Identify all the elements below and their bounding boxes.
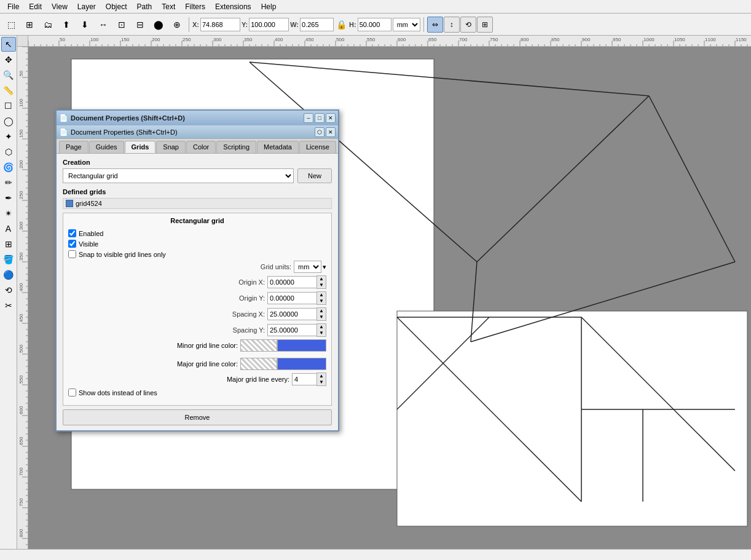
minor-color-transparent[interactable] <box>240 339 277 352</box>
origin-y-input[interactable] <box>267 292 317 304</box>
subdialog-float-button[interactable]: ⬡ <box>315 127 324 137</box>
toolbar-btn-9[interactable]: ⬤ <box>150 16 167 33</box>
remove-button[interactable]: Remove <box>63 409 332 425</box>
major-every-spinner[interactable]: ▲ ▼ <box>317 373 326 386</box>
tool-fill[interactable]: 🪣 <box>1 252 16 267</box>
major-color-swatch[interactable] <box>277 358 326 370</box>
tool-spiral[interactable]: 🌀 <box>1 160 16 175</box>
tab-grids[interactable]: Grids <box>125 141 156 153</box>
tool-calligraph[interactable]: ✴ <box>1 206 16 221</box>
coord-w-input[interactable] <box>300 18 334 31</box>
tool-text[interactable]: A <box>1 221 16 236</box>
toolbar-btn-6[interactable]: ↔ <box>95 16 112 33</box>
menu-filters[interactable]: Filters <box>180 1 210 12</box>
menu-extensions[interactable]: Extensions <box>210 1 256 12</box>
grid-type-dropdown[interactable]: Rectangular grid <box>63 168 294 183</box>
tool-eyedrop[interactable]: 🔵 <box>1 267 16 282</box>
spacing-y-input[interactable] <box>267 324 317 336</box>
spacing-x-down[interactable]: ▼ <box>317 314 326 320</box>
snap-checkbox[interactable] <box>68 250 76 258</box>
origin-x-down[interactable]: ▼ <box>317 282 326 288</box>
tool-3d[interactable]: ⬡ <box>1 144 16 159</box>
spacing-y-spinner[interactable]: ▲ ▼ <box>317 323 326 337</box>
menu-path[interactable]: Path <box>132 1 157 12</box>
tab-snap[interactable]: Snap <box>156 141 186 153</box>
menu-layer[interactable]: Layer <box>73 1 101 12</box>
spacing-x-up[interactable]: ▲ <box>317 308 326 314</box>
spacing-y-up[interactable]: ▲ <box>317 324 326 330</box>
new-button[interactable]: New <box>297 168 332 183</box>
dialog-close-button[interactable]: ✕ <box>326 113 336 123</box>
dialog-titlebar[interactable]: 📄 Document Properties (Shift+Ctrl+D) – □… <box>57 111 338 125</box>
tool-gradient[interactable]: ⊞ <box>1 237 16 251</box>
toolbar-btn-10[interactable]: ⊕ <box>168 16 186 33</box>
tool-ellipse[interactable]: ◯ <box>1 114 16 128</box>
enabled-checkbox[interactable] <box>68 229 76 237</box>
major-every-down[interactable]: ▼ <box>317 379 326 385</box>
tab-guides[interactable]: Guides <box>89 141 124 153</box>
tab-metadata[interactable]: Metadata <box>257 141 299 153</box>
tool-select[interactable]: ↖ <box>1 37 16 52</box>
menu-help[interactable]: Help <box>256 1 281 12</box>
tool-zoom[interactable]: 🔍 <box>1 68 16 82</box>
tool-connector[interactable]: ⟲ <box>1 283 16 298</box>
grid-units-select[interactable]: mm px cm <box>294 261 321 273</box>
toolbar-btn-2[interactable]: ⊞ <box>21 16 38 33</box>
tool-star[interactable]: ✦ <box>1 129 16 144</box>
toolbar-btn-3[interactable]: 🗂 <box>39 16 57 33</box>
dialog-restore-button[interactable]: □ <box>315 113 324 123</box>
transform-btn-1[interactable]: ⇔ <box>427 17 443 33</box>
document-properties-dialog[interactable]: 📄 Document Properties (Shift+Ctrl+D) – □… <box>55 109 339 432</box>
spacing-x-spinner[interactable]: ▲ ▼ <box>317 307 326 321</box>
origin-x-up[interactable]: ▲ <box>317 276 326 282</box>
origin-y-down[interactable]: ▼ <box>317 298 326 304</box>
tool-pen[interactable]: ✒ <box>1 191 16 205</box>
subdialog-close-button[interactable]: ✕ <box>326 127 336 137</box>
coord-y-input[interactable] <box>249 18 289 31</box>
transform-btn-3[interactable]: ⟲ <box>460 17 476 33</box>
origin-y-up[interactable]: ▲ <box>317 292 326 298</box>
major-color-transparent[interactable] <box>240 358 277 370</box>
visible-checkbox[interactable] <box>68 240 76 248</box>
minor-color-row: Minor grid line color: <box>68 339 326 352</box>
lock-icon[interactable]: 🔒 <box>335 20 348 30</box>
toolbar-btn-7[interactable]: ⊡ <box>113 16 130 33</box>
tool-pencil[interactable]: ✏ <box>1 175 16 190</box>
tab-color[interactable]: Color <box>186 141 216 153</box>
major-every-up[interactable]: ▲ <box>317 373 326 379</box>
tab-license[interactable]: License <box>299 141 336 153</box>
coord-h-input[interactable] <box>358 18 391 31</box>
menu-text[interactable]: Text <box>157 1 180 12</box>
toolbar-btn-1[interactable]: ⬚ <box>2 16 20 33</box>
tool-node[interactable]: ✥ <box>1 52 16 67</box>
toolbar-btn-8[interactable]: ⊟ <box>132 16 149 33</box>
show-dots-checkbox[interactable] <box>68 388 76 396</box>
toolbar-btn-5[interactable]: ⬇ <box>76 16 93 33</box>
transform-btn-4[interactable]: ⊞ <box>477 17 493 33</box>
origin-y-spinner[interactable]: ▲ ▼ <box>317 291 326 305</box>
tab-scripting[interactable]: Scripting <box>216 141 256 153</box>
spacing-x-input[interactable] <box>267 308 317 320</box>
tool-spray[interactable]: ✂ <box>1 298 16 313</box>
spacing-y-down[interactable]: ▼ <box>317 330 326 336</box>
toolbar: ⬚ ⊞ 🗂 ⬆ ⬇ ↔ ⊡ ⊟ ⬤ ⊕ X: Y: W: 🔒 H: mm px … <box>0 14 751 36</box>
major-every-input[interactable] <box>292 373 317 385</box>
origin-x-input[interactable] <box>267 276 317 288</box>
transform-btn-2[interactable]: ↕ <box>444 17 460 33</box>
toolbar-btn-4[interactable]: ⬆ <box>58 16 75 33</box>
dialog-minimize-button[interactable]: – <box>304 113 313 123</box>
origin-x-spinner[interactable]: ▲ ▼ <box>317 275 326 289</box>
menu-file[interactable]: File <box>2 1 24 12</box>
grid-item[interactable]: grid4524 <box>63 198 332 209</box>
coord-x-input[interactable] <box>200 18 240 31</box>
menu-object[interactable]: Object <box>101 1 132 12</box>
tab-page[interactable]: Page <box>59 141 88 153</box>
minor-color-swatch[interactable] <box>277 339 326 352</box>
show-dots-row: Show dots instead of lines <box>68 388 326 396</box>
tool-measure[interactable]: 📏 <box>1 83 16 98</box>
units-select[interactable]: mm px cm in <box>393 18 420 31</box>
tool-rect[interactable]: ☐ <box>1 98 16 113</box>
coord-w-label: W: <box>290 21 299 28</box>
menu-view[interactable]: View <box>47 1 73 12</box>
menu-edit[interactable]: Edit <box>24 1 47 12</box>
